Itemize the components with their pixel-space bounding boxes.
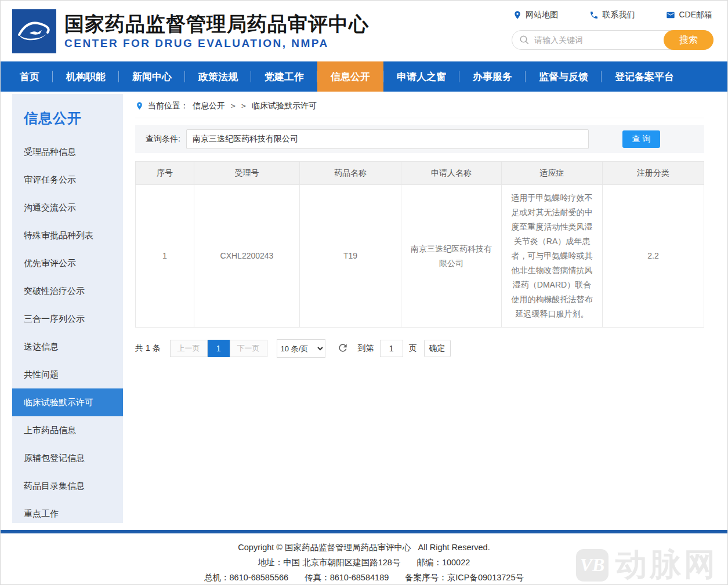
- breadcrumb-prefix: 当前位置：: [148, 101, 189, 111]
- sidebar-item-accepted-varieties[interactable]: 受理品种信息: [12, 138, 123, 166]
- query-panel: 查询条件: 查 询: [135, 125, 704, 153]
- header-applicant: 申请人名称: [401, 162, 502, 185]
- breadcrumb-separator: ＞ ＞: [229, 101, 248, 111]
- search-button[interactable]: 搜索: [664, 30, 713, 50]
- footer-address: 地址：中国 北京市朝阳区建国路128号: [258, 555, 401, 570]
- page-unit-label: 页: [409, 343, 417, 354]
- header-seq: 序号: [136, 162, 194, 185]
- sidebar-item-excipient-registration[interactable]: 原辅包登记信息: [12, 444, 123, 472]
- footer: Copyright © 国家药品监督管理局药品审评中心 All Right Re…: [1, 533, 727, 585]
- cde-logo-icon: [12, 9, 56, 53]
- contact-label: 联系我们: [602, 10, 635, 20]
- nav-item-registration-platform[interactable]: 登记备案平台: [602, 61, 687, 92]
- sidebar-title: 信息公开: [12, 94, 123, 138]
- cell-registration-class: 2.2: [603, 185, 704, 328]
- sidebar-item-drug-catalog[interactable]: 药品目录集信息: [12, 472, 123, 500]
- refresh-icon: [337, 342, 349, 354]
- header-drug-name: 药品名称: [300, 162, 401, 185]
- next-page-button[interactable]: 下一页: [230, 340, 267, 357]
- main-nav: 首页 机构职能 新闻中心 政策法规 党建工作 信息公开 申请人之窗 办事服务 监…: [1, 61, 727, 92]
- cell-drug-name: T19: [300, 185, 401, 328]
- phone-icon: [589, 10, 599, 20]
- sitemap-label: 网站地图: [526, 10, 558, 20]
- sitemap-link[interactable]: 网站地图: [513, 10, 558, 20]
- page: 国家药品监督管理局药品审评中心 CENTER FOR DRUG EVALUATI…: [0, 0, 728, 585]
- site-title-block: 国家药品监督管理局药品审评中心 CENTER FOR DRUG EVALUATI…: [64, 12, 369, 50]
- nav-item-party[interactable]: 党建工作: [251, 61, 317, 92]
- cde-mail-link[interactable]: CDE邮箱: [666, 10, 712, 20]
- nav-item-functions[interactable]: 机构职能: [53, 61, 119, 92]
- pagination: 共 1 条 上一页 1 下一页 10 条/页 到第 页 确定: [135, 339, 704, 358]
- sidebar-item-review-tasks[interactable]: 审评任务公示: [12, 166, 123, 194]
- nav-item-news[interactable]: 新闻中心: [119, 61, 185, 92]
- sidebar-item-special-approval[interactable]: 特殊审批品种列表: [12, 221, 123, 249]
- nav-item-policies[interactable]: 政策法规: [185, 61, 251, 92]
- page-1-button[interactable]: 1: [208, 340, 230, 357]
- breadcrumb: 当前位置： 信息公开 ＞ ＞ 临床试验默示许可: [135, 94, 704, 118]
- location-pin-icon: [135, 101, 144, 110]
- cde-mail-label: CDE邮箱: [679, 10, 712, 20]
- sidebar-item-communication[interactable]: 沟通交流公示: [12, 194, 123, 221]
- site-title: 国家药品监督管理局药品审评中心: [64, 12, 369, 36]
- query-button[interactable]: 查 询: [622, 130, 660, 148]
- footer-fax: 传真：8610-68584189: [305, 570, 389, 585]
- site-search: 搜索: [512, 30, 713, 50]
- sidebar-item-marketed-drugs[interactable]: 上市药品信息: [12, 416, 123, 444]
- sidebar-item-delivery-info[interactable]: 送达信息: [12, 333, 123, 361]
- footer-phone: 总机：8610-68585566: [204, 570, 288, 585]
- cell-seq: 1: [136, 185, 194, 328]
- nav-item-applicant-window[interactable]: 申请人之窗: [383, 61, 459, 92]
- vcbeat-watermark: VB 动脉网: [576, 544, 718, 585]
- goto-confirm-button[interactable]: 确定: [424, 340, 451, 357]
- pagination-total: 共 1 条: [135, 343, 161, 354]
- vcbeat-watermark-text: 动脉网: [615, 544, 718, 585]
- nav-item-home[interactable]: 首页: [6, 61, 53, 92]
- search-icon: [519, 35, 530, 45]
- header-right: 网站地图 联系我们 CDE邮箱 搜索: [512, 10, 713, 50]
- refresh-button[interactable]: [336, 341, 350, 355]
- quick-links: 网站地图 联系我们 CDE邮箱: [512, 10, 713, 20]
- breadcrumb-current: 临床试验默示许可: [252, 101, 317, 111]
- header-registration-class: 注册分类: [603, 162, 704, 185]
- sidebar-item-priority-review[interactable]: 优先审评公示: [12, 249, 123, 277]
- query-label: 查询条件:: [146, 134, 180, 144]
- sidebar-item-three-in-one[interactable]: 三合一序列公示: [12, 305, 123, 333]
- results-table: 序号 受理号 药品名称 申请人名称 适应症 注册分类 1 CXHL2200243…: [135, 161, 704, 328]
- mail-icon: [666, 10, 675, 20]
- prev-page-button[interactable]: 上一页: [170, 340, 208, 357]
- cell-indication: 适用于甲氨蝶呤疗效不足或对其无法耐受的中度至重度活动性类风湿关节炎（RA）成年患…: [502, 185, 603, 328]
- page-size-select[interactable]: 10 条/页: [277, 339, 325, 358]
- site-subtitle: CENTER FOR DRUG EVALUATION, NMPA: [64, 37, 369, 50]
- goto-page-input[interactable]: [380, 340, 403, 357]
- footer-zipcode: 邮编：100022: [416, 555, 470, 570]
- footer-icp: 备案序号：京ICP备09013725号: [405, 570, 524, 585]
- cell-applicant: 南京三迭纪医药科技有限公司: [401, 185, 502, 328]
- sidebar-item-breakthrough-therapy[interactable]: 突破性治疗公示: [12, 277, 123, 305]
- vcbeat-logo-icon: VB: [576, 549, 609, 582]
- query-input[interactable]: [186, 129, 589, 149]
- nav-item-supervision[interactable]: 监督与反馈: [526, 61, 602, 92]
- sidebar-item-common-issues[interactable]: 共性问题: [12, 361, 123, 388]
- header-indication: 适应症: [502, 162, 603, 185]
- cell-acceptance-no: CXHL2200243: [194, 185, 300, 328]
- sidebar: 信息公开 受理品种信息 审评任务公示 沟通交流公示 特殊审批品种列表 优先审评公…: [12, 94, 123, 523]
- header-acceptance-no: 受理号: [194, 162, 300, 185]
- sidebar-item-clinical-trial-implied-license[interactable]: 临床试验默示许可: [12, 388, 123, 416]
- nav-item-info-disclosure[interactable]: 信息公开: [317, 61, 383, 92]
- footer-copyright: Copyright © 国家药品监督管理局药品审评中心: [238, 540, 411, 555]
- goto-page-label: 到第: [358, 343, 374, 354]
- content: 当前位置： 信息公开 ＞ ＞ 临床试验默示许可 查询条件: 查 询 序号: [135, 94, 704, 530]
- table-header-row: 序号 受理号 药品名称 申请人名称 适应症 注册分类: [136, 162, 704, 185]
- header: 国家药品监督管理局药品审评中心 CENTER FOR DRUG EVALUATI…: [1, 1, 727, 61]
- table-row: 1 CXHL2200243 T19 南京三迭纪医药科技有限公司 适用于甲氨蝶呤疗…: [136, 185, 704, 328]
- sidebar-item-key-work[interactable]: 重点工作: [12, 500, 123, 528]
- main: 信息公开 受理品种信息 审评任务公示 沟通交流公示 特殊审批品种列表 优先审评公…: [1, 92, 727, 530]
- breadcrumb-section[interactable]: 信息公开: [193, 101, 225, 111]
- footer-rights: All Right Reserved.: [418, 540, 490, 555]
- nav-item-services[interactable]: 办事服务: [459, 61, 526, 92]
- location-pin-icon: [513, 10, 522, 20]
- contact-link[interactable]: 联系我们: [589, 10, 635, 20]
